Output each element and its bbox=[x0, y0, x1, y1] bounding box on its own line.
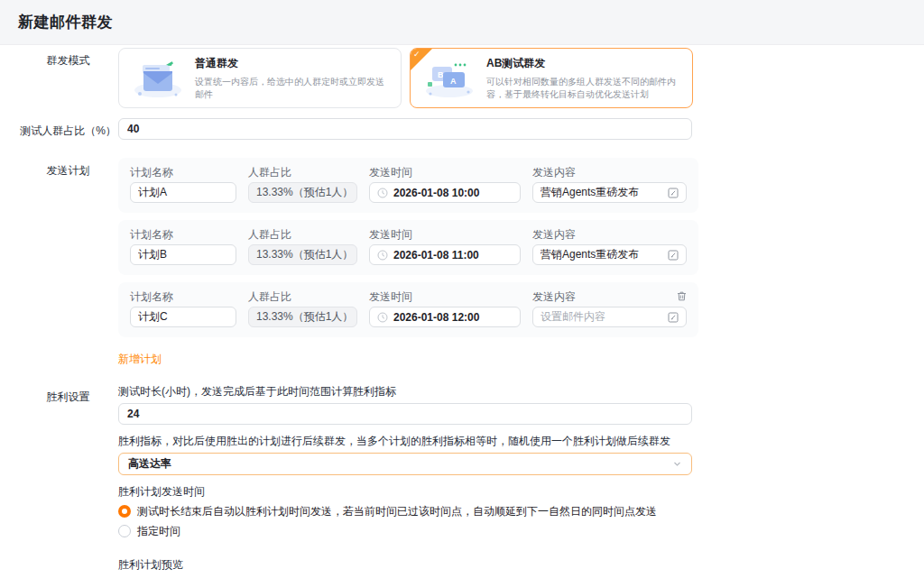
check-icon: ✓ bbox=[413, 50, 420, 59]
plan-ratio-header: 人群占比 bbox=[248, 289, 357, 304]
plan-name-header: 计划名称 bbox=[130, 165, 236, 179]
form-content: 群发模式 普通群发 bbox=[0, 45, 924, 578]
plan-a-time-picker[interactable]: 2026-01-08 10:00 bbox=[369, 182, 521, 203]
test-ratio-row: 测试人群占比（%） bbox=[18, 118, 924, 140]
plan-b-content-value: 营销Agents重磅发布 bbox=[541, 247, 662, 262]
plan-a-time-value: 2026-01-08 10:00 bbox=[393, 187, 479, 199]
win-settings-row: 胜利设置 测试时长(小时)，发送完成后基于此时间范围计算胜利指标 胜利指标，对比… bbox=[18, 384, 924, 578]
plan-c-content-field[interactable]: 设置邮件内容 bbox=[532, 307, 687, 327]
plan-card-c: 计划名称 人群占比 发送时间 2026-01-08 12:00 发送内容 bbox=[118, 282, 698, 337]
test-ratio-label: 测试人群占比（%） bbox=[18, 118, 118, 140]
edit-icon[interactable] bbox=[668, 250, 679, 261]
plan-ratio-header: 人群占比 bbox=[248, 165, 357, 179]
win-metric-label: 胜利指标，对比后使用胜出的计划进行后续群发，当多个计划的胜利指标相等时，随机使用… bbox=[118, 434, 924, 448]
plan-name-header: 计划名称 bbox=[130, 227, 236, 242]
clock-icon bbox=[377, 250, 388, 261]
plan-content-header: 发送内容 bbox=[532, 165, 687, 179]
plan-name-header: 计划名称 bbox=[130, 289, 236, 304]
plan-b-time-picker[interactable]: 2026-01-08 11:00 bbox=[369, 244, 521, 265]
radio-specified-time-label: 指定时间 bbox=[137, 525, 180, 538]
plan-c-time-picker[interactable]: 2026-01-08 12:00 bbox=[369, 307, 521, 327]
win-metric-value: 高送达率 bbox=[128, 456, 672, 472]
clock-icon bbox=[377, 312, 388, 323]
plan-c-ratio-input bbox=[248, 307, 357, 327]
plan-a-content-field[interactable]: 营销Agents重磅发布 bbox=[532, 182, 687, 203]
page-title: 新建邮件群发 bbox=[18, 12, 113, 32]
radio-auto-send-label: 测试时长结束后自动以胜利计划时间发送，若当前时间已过该时间点，自动顺延到下一自然… bbox=[137, 505, 657, 518]
mode-card-ab-test[interactable]: ✓ B A AB测试群发 bbox=[410, 48, 693, 108]
radio-selected-icon[interactable] bbox=[118, 505, 131, 518]
mode-ab-title: AB测试群发 bbox=[486, 56, 681, 71]
test-duration-label: 测试时长(小时)，发送完成后基于此时间范围计算胜利指标 bbox=[118, 384, 924, 399]
plan-a-content-value: 营销Agents重磅发布 bbox=[541, 185, 662, 200]
plan-card-a: 计划名称 人群占比 发送时间 2026-01-08 10:00 发送内容 bbox=[118, 158, 698, 213]
normal-send-illustration-icon bbox=[132, 58, 184, 99]
svg-text:A: A bbox=[450, 77, 457, 86]
mode-row: 群发模式 普通群发 bbox=[18, 48, 924, 108]
plan-time-header: 发送时间 bbox=[369, 289, 521, 304]
plan-c-name-input[interactable] bbox=[130, 307, 236, 327]
mode-normal-desc: 设置统一内容后，给选中的人群定时或立即发送邮件 bbox=[195, 76, 390, 101]
plan-time-header: 发送时间 bbox=[369, 227, 521, 242]
win-metric-select[interactable]: 高送达率 bbox=[118, 453, 692, 475]
test-ratio-input[interactable] bbox=[118, 118, 692, 140]
delete-plan-icon[interactable] bbox=[676, 289, 688, 306]
svg-text:B: B bbox=[438, 70, 444, 79]
clock-icon bbox=[377, 188, 388, 198]
radio-auto-send[interactable]: 测试时长结束后自动以胜利计划时间发送，若当前时间已过该时间点，自动顺延到下一自然… bbox=[118, 505, 924, 518]
plan-c-time-value: 2026-01-08 12:00 bbox=[393, 311, 479, 324]
mode-normal-title: 普通群发 bbox=[195, 56, 390, 71]
page-header: 新建邮件群发 bbox=[0, 0, 924, 45]
chevron-down-icon bbox=[672, 459, 682, 469]
mode-label: 群发模式 bbox=[18, 48, 118, 108]
plan-ratio-header: 人群占比 bbox=[248, 227, 357, 242]
plan-b-ratio-input bbox=[248, 244, 357, 265]
plans-row: 发送计划 计划名称 人群占比 发送时间 2026-01-08 10:00 bbox=[18, 158, 924, 367]
test-duration-input[interactable] bbox=[118, 403, 692, 425]
win-settings-label: 胜利设置 bbox=[18, 384, 118, 578]
plan-content-header: 发送内容 bbox=[532, 289, 687, 304]
edit-icon[interactable] bbox=[668, 188, 679, 198]
mode-card-normal[interactable]: 普通群发 设置统一内容后，给选中的人群定时或立即发送邮件 bbox=[118, 48, 402, 108]
plan-content-header: 发送内容 bbox=[532, 227, 687, 242]
plan-a-name-input[interactable] bbox=[130, 182, 236, 203]
plan-b-time-value: 2026-01-08 11:00 bbox=[393, 249, 479, 261]
plan-time-header: 发送时间 bbox=[369, 165, 521, 179]
win-send-time-label: 胜利计划发送时间 bbox=[118, 484, 924, 499]
plan-card-b: 计划名称 人群占比 发送时间 2026-01-08 11:00 发送内容 bbox=[118, 220, 698, 275]
mode-ab-desc: 可以针对相同数量的多组人群发送不同的邮件内容，基于最终转化目标自动优化发送计划 bbox=[486, 76, 681, 101]
plan-b-content-field[interactable]: 营销Agents重磅发布 bbox=[532, 244, 687, 265]
plan-c-content-placeholder: 设置邮件内容 bbox=[541, 309, 662, 325]
radio-unselected-icon[interactable] bbox=[118, 525, 131, 537]
add-plan-link[interactable]: 新增计划 bbox=[118, 352, 162, 367]
plans-label: 发送计划 bbox=[18, 158, 118, 367]
plan-b-name-input[interactable] bbox=[130, 244, 236, 265]
radio-specified-time[interactable]: 指定时间 bbox=[118, 525, 924, 538]
win-preview-label: 胜利计划预览 bbox=[118, 557, 924, 572]
edit-icon[interactable] bbox=[668, 312, 679, 323]
plan-a-ratio-input bbox=[248, 182, 357, 203]
